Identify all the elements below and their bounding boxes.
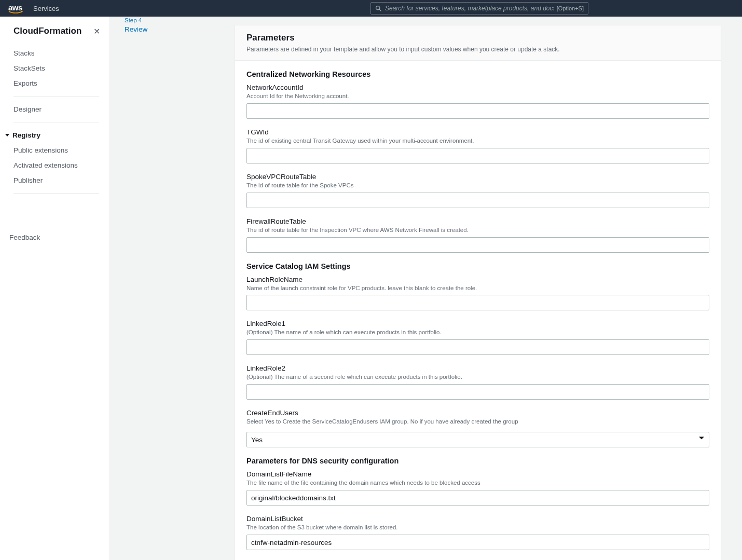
param-group-title: Centralized Networking Resources <box>246 70 709 78</box>
param-label: CreateEndUsers <box>246 409 709 417</box>
param-field: SpokeVPCRouteTableThe id of route table … <box>246 173 709 208</box>
param-input[interactable] <box>246 384 709 400</box>
svg-point-0 <box>376 6 380 9</box>
main-content: Parameters Parameters are defined in you… <box>235 17 742 560</box>
panel-description: Parameters are defined in your template … <box>246 45 709 54</box>
service-title: CloudFormation <box>13 26 81 36</box>
param-help: Name of the launch constraint role for V… <box>246 284 709 292</box>
param-help: The file name of the file containing the… <box>246 479 709 487</box>
param-input[interactable] <box>246 103 709 119</box>
param-input[interactable] <box>246 339 709 355</box>
wizard-steps: Step 4 Review <box>110 17 235 560</box>
param-help: (Optional) The name of a role which can … <box>246 329 709 336</box>
param-label: SpokeVPCRouteTable <box>246 173 709 181</box>
param-field: LaunchRoleNameName of the launch constra… <box>246 276 709 311</box>
param-field: DomainListBucketThe location of the S3 b… <box>246 515 709 550</box>
param-label: LinkedRole1 <box>246 320 709 327</box>
global-search[interactable]: [Option+S] <box>370 2 588 15</box>
panel-body: Centralized Networking ResourcesNetworkA… <box>235 61 721 560</box>
global-nav: aws Services [Option+S] <box>0 0 742 17</box>
search-shortcut-label: [Option+S] <box>557 5 584 11</box>
sidebar-item-exports[interactable]: Exports <box>0 76 109 91</box>
sidebar-feedback[interactable]: Feedback <box>0 230 109 245</box>
sidebar-item-stacksets[interactable]: StackSets <box>0 61 109 76</box>
param-group-title: Service Catalog IAM Settings <box>246 262 709 270</box>
panel-header: Parameters Parameters are defined in you… <box>235 25 721 61</box>
param-input[interactable] <box>246 193 709 208</box>
param-label: FirewallRouteTable <box>246 217 709 225</box>
services-menu[interactable]: Services <box>33 5 61 12</box>
close-sidebar-icon[interactable]: ✕ <box>93 26 100 36</box>
param-field: CreateEndUsersSelect Yes to Create the S… <box>246 409 709 447</box>
param-help: Account Id for the Networking account. <box>246 92 709 100</box>
sidebar-item-public-extensions[interactable]: Public extensions <box>0 143 109 158</box>
services-label: Services <box>33 5 59 12</box>
aws-smile-icon <box>8 11 23 14</box>
wizard-step-review[interactable]: Review <box>125 25 224 33</box>
param-field: NetworkAccountIdAccount Id for the Netwo… <box>246 84 709 119</box>
sidebar-item-designer[interactable]: Designer <box>0 102 109 117</box>
param-field: DomainListFileNameThe file name of the f… <box>246 470 709 506</box>
param-label: LinkedRole2 <box>246 364 709 372</box>
aws-logo[interactable]: aws <box>8 3 23 14</box>
search-icon <box>375 5 382 12</box>
param-label: TGWId <box>246 128 709 136</box>
param-help: (Optional) The name of a second role whi… <box>246 373 709 381</box>
param-label: DomainListBucket <box>246 515 709 523</box>
param-input[interactable] <box>246 535 709 550</box>
param-label: NetworkAccountId <box>246 84 709 91</box>
param-field: LinkedRole2(Optional) The name of a seco… <box>246 364 709 400</box>
global-search-input[interactable] <box>385 5 554 12</box>
sidebar-registry-label: Registry <box>12 131 40 139</box>
param-field: LinkedRole1(Optional) The name of a role… <box>246 320 709 355</box>
chevron-down-icon <box>5 134 9 136</box>
param-help: Select Yes to Create the ServiceCatalogE… <box>246 418 709 426</box>
sidebar-item-activated-extensions[interactable]: Activated extensions <box>0 158 109 173</box>
param-input[interactable] <box>246 295 709 310</box>
wizard-step-label: Step 4 <box>125 17 224 24</box>
panel-title: Parameters <box>246 33 709 43</box>
param-field: TGWIdThe id of existing central Transit … <box>246 128 709 163</box>
parameters-panel: Parameters Parameters are defined in you… <box>235 25 721 560</box>
param-help: The id of route table for the Inspection… <box>246 226 709 234</box>
sidebar-item-stacks[interactable]: Stacks <box>0 46 109 61</box>
param-group-title: Parameters for DNS security configuratio… <box>246 457 709 465</box>
param-label: DomainListFileName <box>246 470 709 478</box>
param-label: LaunchRoleName <box>246 276 709 283</box>
param-help: The id of existing central Transit Gatew… <box>246 137 709 145</box>
param-field: FirewallRouteTableThe id of route table … <box>246 217 709 253</box>
service-sidebar: CloudFormation ✕ Stacks StackSets Export… <box>0 17 110 560</box>
sidebar-section-registry[interactable]: Registry <box>0 128 109 143</box>
param-input[interactable] <box>246 148 709 163</box>
param-select[interactable] <box>246 429 709 447</box>
param-input[interactable] <box>246 490 709 506</box>
param-select-value[interactable] <box>246 432 709 447</box>
svg-line-1 <box>379 9 381 11</box>
param-input[interactable] <box>246 237 709 253</box>
param-help: The id of route table for the Spoke VPCs <box>246 182 709 189</box>
param-help: The location of the S3 bucket where doma… <box>246 524 709 531</box>
sidebar-item-publisher[interactable]: Publisher <box>0 173 109 188</box>
